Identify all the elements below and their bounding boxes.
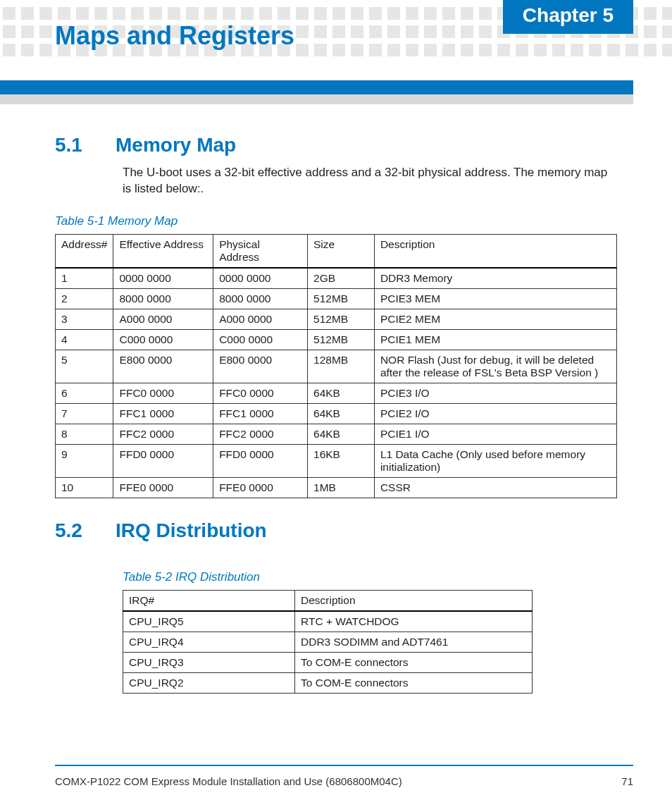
col-header: Physical Address: [213, 234, 308, 268]
table-row: 10FFE0 0000FFE0 00001MBCSSR: [56, 477, 617, 498]
table-cell: PCIE3 I/O: [374, 383, 616, 403]
section-heading-5-1: 5.1 Memory Map: [55, 134, 617, 156]
table-row: 7FFC1 0000FFC1 000064KBPCIE2 I/O: [56, 403, 617, 424]
table-cell: C000 0000: [113, 329, 213, 350]
table-cell: RTC + WATCHDOG: [295, 611, 533, 632]
table-row: 8FFC2 0000FFC2 000064KBPCIE1 I/O: [56, 424, 617, 444]
table-cell: 6: [56, 383, 113, 403]
col-header: IRQ#: [123, 590, 295, 611]
table-row: CPU_IRQ3To COM-E connectors: [123, 652, 533, 672]
chapter-badge: Chapter 5: [503, 0, 633, 34]
table-cell: C000 0000: [213, 329, 308, 350]
table-cell: FFC0 0000: [113, 383, 213, 403]
table-cell: FFC1 0000: [113, 403, 213, 424]
table-cell: 64KB: [308, 383, 375, 403]
table-cell: 512MB: [308, 309, 375, 329]
table-cell: A000 0000: [213, 309, 308, 329]
table-cell: PCIE2 MEM: [374, 309, 616, 329]
table-cell: 0000 0000: [213, 268, 308, 289]
table-cell: 2GB: [308, 268, 375, 289]
table-cell: FFC2 0000: [213, 424, 308, 444]
footer-page-number: 71: [621, 775, 633, 787]
col-header: Description: [374, 234, 616, 268]
table-row: 28000 00008000 0000512MBPCIE3 MEM: [56, 288, 617, 309]
table-5-2-caption: Table 5-2 IRQ Distribution: [123, 570, 533, 584]
table-header-row: IRQ# Description: [123, 590, 533, 611]
table-cell: 5: [56, 350, 113, 383]
header-gray-bar: [0, 94, 633, 104]
table-row: 9FFD0 0000FFD0 000016KBL1 Data Cache (On…: [56, 444, 617, 477]
table-cell: A000 0000: [113, 309, 213, 329]
table-row: CPU_IRQ2To COM-E connectors: [123, 672, 533, 693]
table-row: CPU_IRQ4DDR3 SODIMM and ADT7461: [123, 632, 533, 652]
table-row: CPU_IRQ5RTC + WATCHDOG: [123, 611, 533, 632]
irq-distribution-table: IRQ# Description CPU_IRQ5RTC + WATCHDOGC…: [123, 590, 533, 694]
table-cell: FFC2 0000: [113, 424, 213, 444]
table-cell: 512MB: [308, 329, 375, 350]
table-cell: 3: [56, 309, 113, 329]
table-cell: PCIE1 MEM: [374, 329, 616, 350]
table-cell: NOR Flash (Just for debug, it will be de…: [374, 350, 616, 383]
table-row: 6FFC0 0000FFC0 000064KBPCIE3 I/O: [56, 383, 617, 403]
table-cell: E800 0000: [213, 350, 308, 383]
table-cell: To COM-E connectors: [295, 652, 533, 672]
table-cell: To COM-E connectors: [295, 672, 533, 693]
table-cell: PCIE1 I/O: [374, 424, 616, 444]
table-cell: FFD0 0000: [113, 444, 213, 477]
table-cell: 1: [56, 268, 113, 289]
table-cell: 512MB: [308, 288, 375, 309]
table-cell: CPU_IRQ4: [123, 632, 295, 652]
table-cell: FFE0 0000: [113, 477, 213, 498]
table-header-row: Address# Effective Address Physical Addr…: [56, 234, 617, 268]
table-cell: FFC1 0000: [213, 403, 308, 424]
table-5-1-caption: Table 5-1 Memory Map: [55, 214, 617, 228]
table-cell: FFC0 0000: [213, 383, 308, 403]
col-header: Size: [308, 234, 375, 268]
table-cell: 16KB: [308, 444, 375, 477]
chapter-title: Maps and Registers: [55, 21, 294, 51]
table-row: 5E800 0000E800 0000128MBNOR Flash (Just …: [56, 350, 617, 383]
table-cell: CPU_IRQ2: [123, 672, 295, 693]
table-cell: PCIE3 MEM: [374, 288, 616, 309]
table-cell: E800 0000: [113, 350, 213, 383]
table-cell: 1MB: [308, 477, 375, 498]
table-cell: 2: [56, 288, 113, 309]
footer-rule: [55, 765, 633, 766]
table-cell: 10: [56, 477, 113, 498]
section-title: IRQ Distribution: [116, 519, 267, 542]
section-number: 5.2: [55, 519, 89, 542]
table-cell: 9: [56, 444, 113, 477]
section1-body: The U-boot uses a 32-bit effective addre…: [123, 165, 617, 197]
table-cell: CSSR: [374, 477, 616, 498]
table-row: 10000 0000 0000 00002GBDDR3 Memory: [56, 268, 617, 289]
table-row: 3A000 0000A000 0000512MBPCIE2 MEM: [56, 309, 617, 329]
memory-map-table: Address# Effective Address Physical Addr…: [55, 234, 617, 498]
table-cell: 4: [56, 329, 113, 350]
page-footer: COMX-P1022 COM Express Module Installati…: [55, 775, 633, 787]
table-cell: CPU_IRQ5: [123, 611, 295, 632]
table-cell: L1 Data Cache (Only used before memory i…: [374, 444, 616, 477]
col-header: Address#: [56, 234, 113, 268]
table-cell: 7: [56, 403, 113, 424]
section-heading-5-2: 5.2 IRQ Distribution: [55, 519, 617, 542]
table-cell: FFE0 0000: [213, 477, 308, 498]
section-title: Memory Map: [116, 134, 236, 156]
col-header: Description: [295, 590, 533, 611]
table-cell: DDR3 Memory: [374, 268, 616, 289]
table-cell: DDR3 SODIMM and ADT7461: [295, 632, 533, 652]
header-blue-bar: [0, 80, 633, 94]
table-cell: 8: [56, 424, 113, 444]
table-row: 4C000 0000C000 0000512MBPCIE1 MEM: [56, 329, 617, 350]
table-cell: 64KB: [308, 403, 375, 424]
section-number: 5.1: [55, 134, 89, 156]
table-cell: PCIE2 I/O: [374, 403, 616, 424]
table-cell: 8000 0000: [213, 288, 308, 309]
table-cell: 0000 0000: [113, 268, 213, 289]
page: Chapter 5 Maps and Registers 5.1 Memory …: [0, 0, 672, 807]
table-cell: 64KB: [308, 424, 375, 444]
col-header: Effective Address: [113, 234, 213, 268]
table-cell: FFD0 0000: [213, 444, 308, 477]
table-cell: CPU_IRQ3: [123, 652, 295, 672]
table-cell: 128MB: [308, 350, 375, 383]
table-cell: 8000 0000: [113, 288, 213, 309]
